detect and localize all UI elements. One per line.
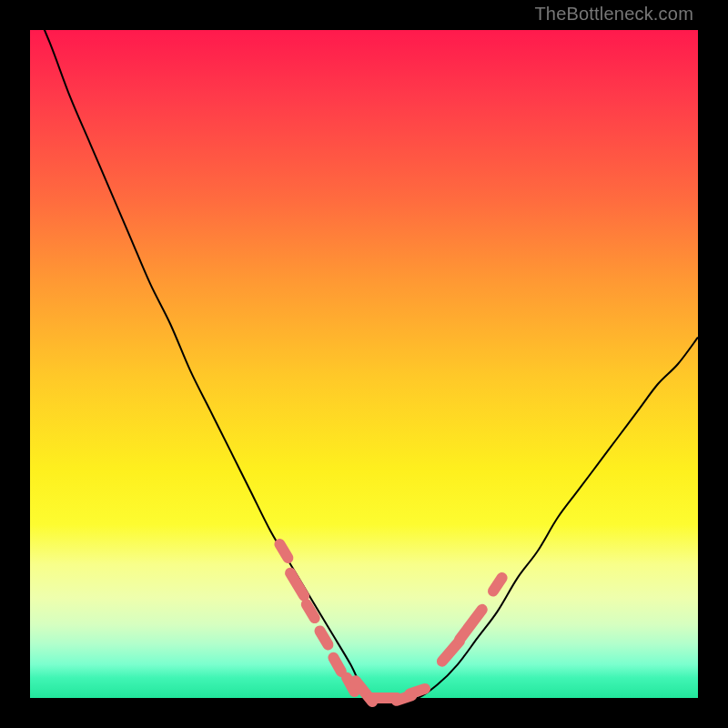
curve-marker [272, 537, 295, 565]
curve-line [30, 0, 698, 699]
curve-marker [283, 565, 312, 603]
curve-marker [452, 602, 490, 647]
chart-plot-area [30, 30, 698, 698]
watermark-text: TheBottleneck.com [534, 4, 693, 25]
bottleneck-curve [30, 30, 698, 698]
curve-marker [312, 623, 335, 652]
curve-marker [486, 571, 510, 599]
